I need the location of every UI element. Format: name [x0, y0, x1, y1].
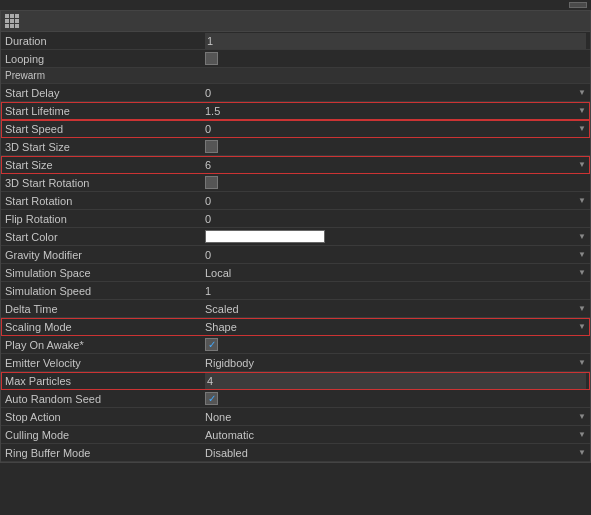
- dropdown-scaling-mode[interactable]: Shape▼: [205, 321, 586, 333]
- input-max-particles[interactable]: [205, 373, 586, 389]
- property-label-simulation-space: Simulation Space: [5, 267, 205, 279]
- row-flip-rotation: Flip Rotation0: [1, 210, 590, 228]
- row-simulation-space: Simulation SpaceLocal▼: [1, 264, 590, 282]
- dropdown-start-lifetime[interactable]: 1.5▼: [205, 105, 586, 117]
- property-label-looping: Looping: [5, 53, 205, 65]
- checkbox-looping[interactable]: [205, 52, 218, 65]
- dropdown-gravity-modifier[interactable]: 0▼: [205, 249, 586, 261]
- particle-system-panel: DurationLoopingPrewarmStart Delay0▼Start…: [0, 10, 591, 463]
- dropdown-value-start-lifetime: 1.5: [205, 105, 220, 117]
- row-gravity-modifier: Gravity Modifier0▼: [1, 246, 590, 264]
- open-editor-button[interactable]: [569, 2, 587, 8]
- row-start-rotation: Start Rotation0▼: [1, 192, 590, 210]
- row-start-lifetime: Start Lifetime1.5▼: [1, 102, 590, 120]
- property-label-stop-action: Stop Action: [5, 411, 205, 423]
- dropdown-start-rotation[interactable]: 0▼: [205, 195, 586, 207]
- dropdown-arrow-start-color: ▼: [578, 232, 586, 241]
- row-looping: Looping: [1, 50, 590, 68]
- row-3d-start-rotation: 3D Start Rotation: [1, 174, 590, 192]
- property-label-start-lifetime: Start Lifetime: [5, 105, 205, 117]
- property-label-duration: Duration: [5, 35, 205, 47]
- row-max-particles: Max Particles: [1, 372, 590, 390]
- dropdown-arrow-start-lifetime: ▼: [578, 106, 586, 115]
- checkbox-auto-random-seed[interactable]: [205, 392, 218, 405]
- dropdown-ring-buffer-mode[interactable]: Disabled▼: [205, 447, 586, 459]
- dropdown-delta-time[interactable]: Scaled▼: [205, 303, 586, 315]
- row-duration: Duration: [1, 32, 590, 50]
- properties-list: DurationLoopingPrewarmStart Delay0▼Start…: [1, 32, 590, 462]
- grid-icon: [5, 14, 19, 28]
- dropdown-arrow-start-speed: ▼: [578, 124, 586, 133]
- input-duration[interactable]: [205, 33, 586, 49]
- dropdown-arrow-gravity-modifier: ▼: [578, 250, 586, 259]
- row-prewarm-label: Prewarm: [1, 68, 590, 84]
- dropdown-value-emitter-velocity: Rigidbody: [205, 357, 254, 369]
- property-label-scaling-mode: Scaling Mode: [5, 321, 205, 333]
- property-label-start-delay: Start Delay: [5, 87, 205, 99]
- input-wrapper-duration: [205, 33, 586, 49]
- property-label-start-rotation: Start Rotation: [5, 195, 205, 207]
- panel-title-left: [5, 14, 23, 28]
- dropdown-value-simulation-space: Local: [205, 267, 231, 279]
- dropdown-value-stop-action: None: [205, 411, 231, 423]
- property-label-ring-buffer-mode: Ring Buffer Mode: [5, 447, 205, 459]
- dropdown-value-ring-buffer-mode: Disabled: [205, 447, 248, 459]
- property-label-emitter-velocity: Emitter Velocity: [5, 357, 205, 369]
- property-label-play-on-awake: Play On Awake*: [5, 339, 205, 351]
- dropdown-culling-mode[interactable]: Automatic▼: [205, 429, 586, 441]
- checkbox-3d-start-size[interactable]: [205, 140, 218, 153]
- dropdown-arrow-scaling-mode: ▼: [578, 322, 586, 331]
- row-auto-random-seed: Auto Random Seed: [1, 390, 590, 408]
- property-label-3d-start-size: 3D Start Size: [5, 141, 205, 153]
- dropdown-arrow-ring-buffer-mode: ▼: [578, 448, 586, 457]
- property-label-gravity-modifier: Gravity Modifier: [5, 249, 205, 261]
- row-play-on-awake: Play On Awake*: [1, 336, 590, 354]
- property-label-flip-rotation: Flip Rotation: [5, 213, 205, 225]
- color-swatch-start-color: [205, 230, 325, 243]
- dropdown-start-size[interactable]: 6▼: [205, 159, 586, 171]
- row-simulation-speed: Simulation Speed1: [1, 282, 590, 300]
- row-start-speed: Start Speed0▼: [1, 120, 590, 138]
- dropdown-start-speed[interactable]: 0▼: [205, 123, 586, 135]
- property-label-start-size: Start Size: [5, 159, 205, 171]
- row-3d-start-size: 3D Start Size: [1, 138, 590, 156]
- dropdown-arrow-start-delay: ▼: [578, 88, 586, 97]
- dropdown-value-start-size: 6: [205, 159, 211, 171]
- value-flip-rotation: 0: [205, 213, 586, 225]
- top-bar: [0, 0, 591, 10]
- color-field-start-color[interactable]: ▼: [205, 230, 586, 243]
- row-emitter-velocity: Emitter VelocityRigidbody▼: [1, 354, 590, 372]
- dropdown-arrow-start-rotation: ▼: [578, 196, 586, 205]
- row-scaling-mode: Scaling ModeShape▼: [1, 318, 590, 336]
- dropdown-arrow-emitter-velocity: ▼: [578, 358, 586, 367]
- dropdown-value-scaling-mode: Shape: [205, 321, 237, 333]
- row-stop-action: Stop ActionNone▼: [1, 408, 590, 426]
- dropdown-emitter-velocity[interactable]: Rigidbody▼: [205, 357, 586, 369]
- row-delta-time: Delta TimeScaled▼: [1, 300, 590, 318]
- checkbox-play-on-awake[interactable]: [205, 338, 218, 351]
- row-culling-mode: Culling ModeAutomatic▼: [1, 426, 590, 444]
- dropdown-arrow-stop-action: ▼: [578, 412, 586, 421]
- property-label-3d-start-rotation: 3D Start Rotation: [5, 177, 205, 189]
- row-start-color: Start Color▼: [1, 228, 590, 246]
- row-start-size: Start Size6▼: [1, 156, 590, 174]
- checkbox-3d-start-rotation[interactable]: [205, 176, 218, 189]
- dropdown-stop-action[interactable]: None▼: [205, 411, 586, 423]
- dropdown-value-delta-time: Scaled: [205, 303, 239, 315]
- dropdown-value-start-speed: 0: [205, 123, 211, 135]
- dropdown-value-start-rotation: 0: [205, 195, 211, 207]
- dropdown-arrow-delta-time: ▼: [578, 304, 586, 313]
- property-label-auto-random-seed: Auto Random Seed: [5, 393, 205, 405]
- property-label-max-particles: Max Particles: [5, 375, 205, 387]
- section-label-prewarm-label: Prewarm: [5, 70, 205, 81]
- property-label-simulation-speed: Simulation Speed: [5, 285, 205, 297]
- input-wrapper-max-particles: [205, 373, 586, 389]
- property-label-start-speed: Start Speed: [5, 123, 205, 135]
- dropdown-value-start-delay: 0: [205, 87, 211, 99]
- dropdown-start-delay[interactable]: 0▼: [205, 87, 586, 99]
- property-label-delta-time: Delta Time: [5, 303, 205, 315]
- dropdown-arrow-culling-mode: ▼: [578, 430, 586, 439]
- dropdown-simulation-space[interactable]: Local▼: [205, 267, 586, 279]
- row-start-delay: Start Delay0▼: [1, 84, 590, 102]
- dropdown-arrow-start-size: ▼: [578, 160, 586, 169]
